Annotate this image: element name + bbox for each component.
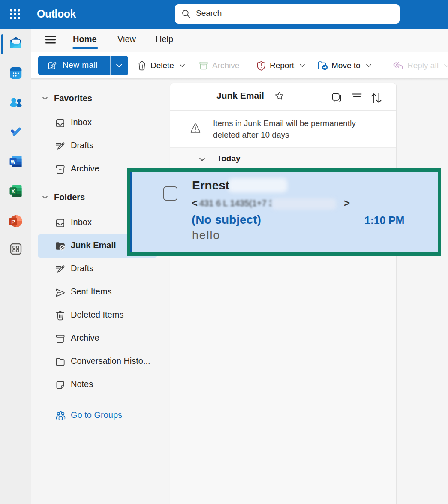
svg-text:P: P	[11, 219, 15, 225]
svg-text:X: X	[11, 189, 15, 195]
svg-text:W: W	[10, 159, 15, 165]
